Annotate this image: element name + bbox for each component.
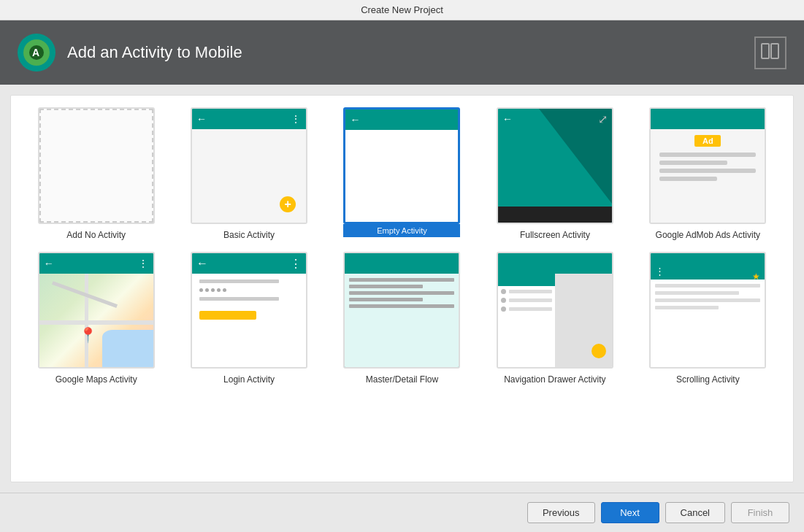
star-1 xyxy=(199,288,203,292)
back-arrow-icon-full: ← xyxy=(502,113,513,125)
scroll-content xyxy=(651,280,765,367)
md-line-3 xyxy=(349,291,454,295)
login-field-email xyxy=(199,280,279,283)
empty-toolbar: ← xyxy=(345,109,458,130)
ad-banner: Ad xyxy=(694,135,721,147)
activity-item-login[interactable]: ← ⋮ xyxy=(178,252,319,385)
window-title: Create New Project xyxy=(361,4,443,15)
activity-grid-area[interactable]: Add No Activity ← ⋮ + Basic Activity xyxy=(11,96,793,482)
fullscreen-activity-mock: ← ⤢ xyxy=(498,109,612,223)
activity-thumb-empty: ← xyxy=(343,107,460,224)
activity-label-masterdetail: Master/Detail Flow xyxy=(366,374,438,385)
map-road-h xyxy=(39,320,153,325)
scroll-line-1 xyxy=(655,284,760,288)
svg-text:A: A xyxy=(32,47,39,58)
fullscreen-bottom-bar xyxy=(498,207,612,223)
header: A Add an Activity to Mobile xyxy=(0,20,804,85)
map-area: 📍 xyxy=(39,274,153,367)
finish-button: Finish xyxy=(731,502,789,523)
login-stars xyxy=(199,288,299,292)
selected-label-bar: Empty Activity xyxy=(343,224,460,237)
activity-label-admob: Google AdMob Ads Activity xyxy=(656,230,760,240)
admob-activity-mock: Ad xyxy=(651,109,765,223)
nav-fab xyxy=(591,344,606,358)
admob-line-1 xyxy=(659,153,756,157)
login-field-password xyxy=(199,297,279,301)
scroll-line-3 xyxy=(655,298,760,302)
masterdetail-activity-mock xyxy=(345,253,459,367)
md-body xyxy=(345,274,459,367)
scrolling-activity-mock: ⋮ ★ xyxy=(651,253,765,367)
nav-dot-2 xyxy=(501,298,506,303)
scroll-line-2 xyxy=(655,291,739,295)
previous-button[interactable]: Previous xyxy=(527,502,595,523)
md-line-2 xyxy=(349,285,423,288)
activity-label-fullscreen: Fullscreen Activity xyxy=(520,230,590,240)
navdrawer-activity-mock xyxy=(498,253,612,367)
empty-body xyxy=(345,130,458,222)
back-arrow-icon-maps: ← xyxy=(44,258,54,269)
star-2 xyxy=(205,288,209,292)
water-area xyxy=(102,330,153,367)
nav-drawer-item-2 xyxy=(501,298,552,303)
activity-item-no-activity[interactable]: Add No Activity xyxy=(26,107,166,240)
md-toolbar xyxy=(345,253,459,274)
back-arrow-icon: ← xyxy=(196,113,207,125)
activity-label-maps: Google Maps Activity xyxy=(55,374,137,385)
md-line-4 xyxy=(349,298,423,301)
star-5 xyxy=(223,288,226,292)
admob-line-4 xyxy=(659,177,717,181)
activity-thumb-login: ← ⋮ xyxy=(191,252,307,369)
activity-thumb-admob: Ad xyxy=(649,107,766,224)
dots-icon-maps: ⋮ xyxy=(138,258,149,269)
activity-label-scrolling: Scrolling Activity xyxy=(676,374,740,385)
md-line-5 xyxy=(349,304,454,308)
activity-item-scrolling[interactable]: ⋮ ★ Scrolling Activity xyxy=(638,252,778,385)
activity-item-masterdetail[interactable]: Master/Detail Flow xyxy=(332,252,472,385)
activity-grid: Add No Activity ← ⋮ + Basic Activity xyxy=(26,107,778,385)
activity-item-basic[interactable]: ← ⋮ + Basic Activity xyxy=(178,107,319,240)
login-toolbar: ← ⋮ xyxy=(192,253,306,274)
next-button[interactable]: Next xyxy=(601,502,659,523)
svg-rect-5 xyxy=(771,44,778,58)
scroll-toolbar: ⋮ xyxy=(651,253,765,280)
maps-activity-mock: ← ⋮ 📍 xyxy=(39,253,153,367)
nav-line-2 xyxy=(509,298,552,302)
dots-icon-login: ⋮ xyxy=(290,257,302,271)
maps-toolbar: ← ⋮ xyxy=(39,253,153,274)
activity-thumb-navdrawer xyxy=(497,252,613,369)
basic-activity-mock: ← ⋮ + xyxy=(192,109,306,223)
activity-item-navdrawer[interactable]: Navigation Drawer Activity xyxy=(484,252,625,385)
activity-item-admob[interactable]: Ad Google AdMob Ads Activity xyxy=(638,107,778,240)
admob-line-2 xyxy=(659,161,727,165)
activity-label-no-activity: Add No Activity xyxy=(66,230,126,240)
title-bar: Create New Project xyxy=(0,0,804,20)
nav-drawer-items xyxy=(498,286,555,315)
nav-drawer-header xyxy=(498,253,555,286)
fab-icon: + xyxy=(280,196,296,212)
activity-item-maps[interactable]: ← ⋮ 📍 Google Maps Activity xyxy=(26,252,166,385)
scroll-toolbar-dots: ⋮ xyxy=(655,266,665,277)
scroll-fab-star: ★ xyxy=(752,271,760,282)
scroll-line-4 xyxy=(655,306,718,309)
diagonal-overlay xyxy=(539,109,612,204)
nav-drawer-item-3 xyxy=(501,307,552,312)
admob-lines xyxy=(651,153,765,181)
md-line-1 xyxy=(349,278,454,282)
svg-rect-4 xyxy=(762,44,769,58)
nav-line-3 xyxy=(509,307,552,311)
activity-item-fullscreen[interactable]: ← ⤢ Fullscreen Activity xyxy=(484,107,625,240)
android-studio-logo: A xyxy=(18,34,55,72)
activity-item-empty[interactable]: ← Empty Activity xyxy=(332,107,472,240)
login-activity-mock: ← ⋮ xyxy=(192,253,306,367)
activity-label-navdrawer: Navigation Drawer Activity xyxy=(504,374,605,385)
activity-thumb-maps: ← ⋮ 📍 xyxy=(38,252,155,369)
admob-toolbar-bar xyxy=(651,109,765,129)
no-activity-placeholder xyxy=(39,109,153,223)
login-button-mock xyxy=(199,311,256,320)
login-fields xyxy=(192,274,306,307)
cancel-button[interactable]: Cancel xyxy=(665,502,725,523)
md-content xyxy=(345,274,459,367)
header-left: A Add an Activity to Mobile xyxy=(18,34,242,72)
activity-thumb-masterdetail xyxy=(343,252,460,369)
